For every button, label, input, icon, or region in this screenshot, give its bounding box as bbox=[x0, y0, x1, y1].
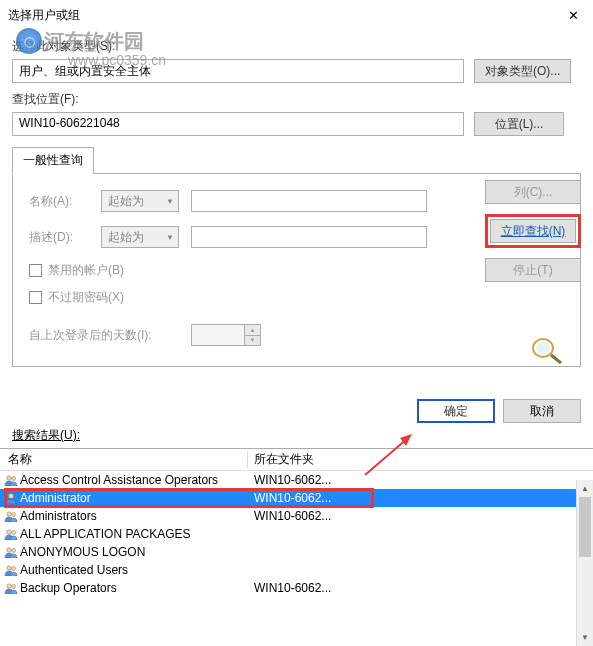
svg-point-15 bbox=[12, 567, 16, 571]
scrollbar-vertical[interactable]: ▲ ▼ bbox=[576, 480, 593, 646]
table-row[interactable]: Authenticated Users bbox=[0, 561, 593, 579]
users-icon bbox=[0, 492, 18, 504]
scroll-thumb[interactable] bbox=[579, 497, 591, 557]
title-bar: 选择用户或组 ✕ bbox=[0, 0, 593, 30]
columns-button[interactable]: 列(C)... bbox=[485, 180, 581, 204]
svg-point-9 bbox=[12, 513, 16, 517]
scroll-down-icon[interactable]: ▼ bbox=[577, 629, 593, 646]
users-icon bbox=[0, 564, 18, 576]
row-name: Authenticated Users bbox=[18, 563, 248, 577]
spinner-down-icon[interactable]: ▼ bbox=[245, 336, 260, 346]
ok-button[interactable]: 确定 bbox=[417, 399, 495, 423]
table-row[interactable]: Access Control Assistance OperatorsWIN10… bbox=[0, 471, 593, 489]
row-name: Administrator bbox=[18, 491, 248, 505]
table-row[interactable]: ANONYMOUS LOGON bbox=[0, 543, 593, 561]
name-label: 名称(A): bbox=[29, 193, 89, 210]
row-name: ANONYMOUS LOGON bbox=[18, 545, 248, 559]
watermark-logo: ◯ bbox=[16, 28, 42, 54]
disabled-accounts-label: 禁用的帐户(B) bbox=[48, 262, 124, 279]
find-now-button[interactable]: 立即查找(N) bbox=[490, 219, 576, 243]
column-header-folder[interactable]: 所在文件夹 bbox=[248, 451, 593, 468]
nonexpiring-password-checkbox[interactable] bbox=[29, 291, 42, 304]
results-label: 搜索结果(U): bbox=[0, 427, 593, 444]
svg-point-7 bbox=[8, 493, 13, 498]
svg-line-2 bbox=[551, 355, 561, 363]
object-type-value: 用户、组或内置安全主体 bbox=[12, 59, 464, 83]
row-folder: WIN10-6062... bbox=[248, 509, 331, 523]
cancel-button[interactable]: 取消 bbox=[503, 399, 581, 423]
results-table-header: 名称 所在文件夹 bbox=[0, 449, 593, 471]
table-row[interactable]: AdministratorWIN10-6062... bbox=[0, 489, 593, 507]
column-header-name[interactable]: 名称 bbox=[0, 451, 248, 468]
row-name: Administrators bbox=[18, 509, 248, 523]
row-folder: WIN10-6062... bbox=[248, 581, 331, 595]
users-icon bbox=[0, 582, 18, 594]
svg-point-8 bbox=[7, 512, 11, 516]
svg-point-11 bbox=[12, 531, 16, 535]
svg-point-13 bbox=[12, 549, 16, 553]
days-spinner[interactable]: ▲ ▼ bbox=[191, 324, 261, 346]
svg-point-17 bbox=[12, 585, 16, 589]
stop-button[interactable]: 停止(T) bbox=[485, 258, 581, 282]
users-icon bbox=[0, 546, 18, 558]
scroll-up-icon[interactable]: ▲ bbox=[577, 480, 593, 497]
svg-point-16 bbox=[7, 584, 11, 588]
location-value: WIN10-606221048 bbox=[12, 112, 464, 136]
days-label: 自上次登录后的天数(I): bbox=[29, 327, 179, 344]
svg-point-10 bbox=[7, 530, 11, 534]
row-name: Access Control Assistance Operators bbox=[18, 473, 248, 487]
disabled-accounts-checkbox[interactable] bbox=[29, 264, 42, 277]
tab-common-queries[interactable]: 一般性查询 bbox=[12, 147, 94, 174]
nonexpiring-password-label: 不过期密码(X) bbox=[48, 289, 124, 306]
annotation-red-box-findnow: 立即查找(N) bbox=[485, 214, 581, 248]
location-label: 查找位置(F): bbox=[12, 91, 581, 108]
name-mode-combo[interactable]: 起始为 ▼ bbox=[101, 190, 179, 212]
desc-input[interactable] bbox=[191, 226, 427, 248]
results-table-body: Access Control Assistance OperatorsWIN10… bbox=[0, 471, 593, 601]
chevron-down-icon: ▼ bbox=[166, 197, 174, 206]
users-icon bbox=[0, 510, 18, 522]
row-folder: WIN10-6062... bbox=[248, 473, 331, 487]
table-row[interactable]: Backup OperatorsWIN10-6062... bbox=[0, 579, 593, 597]
svg-point-6 bbox=[12, 477, 16, 481]
object-types-button[interactable]: 对象类型(O)... bbox=[474, 59, 571, 83]
table-row[interactable]: ALL APPLICATION PACKAGES bbox=[0, 525, 593, 543]
users-icon bbox=[0, 474, 18, 486]
svg-point-14 bbox=[7, 566, 11, 570]
close-button[interactable]: ✕ bbox=[553, 0, 593, 30]
users-icon bbox=[0, 528, 18, 540]
table-row[interactable]: AdministratorsWIN10-6062... bbox=[0, 507, 593, 525]
svg-point-1 bbox=[536, 342, 550, 354]
magnifier-icon bbox=[527, 335, 563, 365]
row-folder: WIN10-6062... bbox=[248, 491, 354, 505]
spinner-up-icon[interactable]: ▲ bbox=[245, 325, 260, 336]
row-name: Backup Operators bbox=[18, 581, 248, 595]
window-title: 选择用户或组 bbox=[8, 7, 80, 24]
object-type-label: 选择此对象类型(S): bbox=[12, 38, 581, 55]
name-input[interactable] bbox=[191, 190, 427, 212]
locations-button[interactable]: 位置(L)... bbox=[474, 112, 564, 136]
svg-point-12 bbox=[7, 548, 11, 552]
chevron-down-icon: ▼ bbox=[166, 233, 174, 242]
desc-label: 描述(D): bbox=[29, 229, 89, 246]
svg-point-5 bbox=[7, 476, 11, 480]
row-name: ALL APPLICATION PACKAGES bbox=[18, 527, 248, 541]
desc-mode-combo[interactable]: 起始为 ▼ bbox=[101, 226, 179, 248]
